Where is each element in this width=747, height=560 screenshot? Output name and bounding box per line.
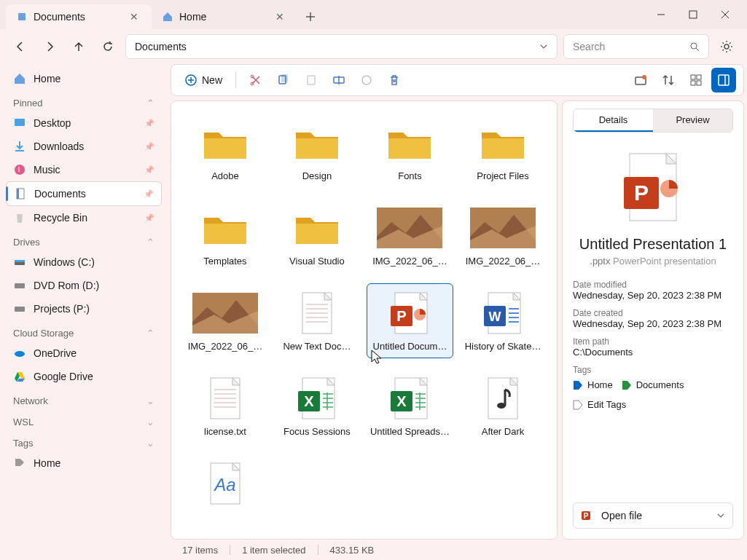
details-tab-preview[interactable]: Preview xyxy=(653,109,732,132)
svg-text:W: W xyxy=(489,309,501,324)
tab-documents[interactable]: Documents ✕ xyxy=(6,4,152,29)
delete-button[interactable] xyxy=(382,69,407,91)
drive-icon xyxy=(13,256,26,269)
file-name: Templates xyxy=(203,256,246,267)
cut-button[interactable] xyxy=(243,69,268,91)
file-item[interactable]: Visual Studio xyxy=(275,198,359,273)
sidebar-wsl-header[interactable]: WSL ⌄ xyxy=(6,409,162,430)
address-bar[interactable]: Documents xyxy=(125,34,558,59)
chevron-up-icon[interactable]: ⌃ xyxy=(146,237,155,248)
sidebar-drives-header[interactable]: Drives ⌃ xyxy=(6,229,162,251)
pin-icon[interactable]: 📌 xyxy=(144,142,155,151)
chevron-down-icon[interactable] xyxy=(716,511,725,520)
file-item[interactable]: IMG_2022_06_… xyxy=(461,198,545,273)
settings-button[interactable] xyxy=(715,35,738,58)
scissors-icon xyxy=(249,74,262,87)
sidebar-item-drive-d[interactable]: DVD Rom (D:) xyxy=(6,274,162,297)
sidebar-item-onedrive[interactable]: OneDrive xyxy=(6,342,162,365)
pin-icon[interactable]: 📌 xyxy=(144,165,155,175)
file-item[interactable]: Adobe xyxy=(183,113,267,188)
svg-rect-24 xyxy=(697,75,701,79)
file-item[interactable]: Project Files xyxy=(461,113,545,188)
chevron-down-icon[interactable]: ⌄ xyxy=(146,395,155,406)
sidebar-tags-header[interactable]: Tags ⌄ xyxy=(6,430,162,451)
rename-button[interactable] xyxy=(326,69,351,91)
file-name: Untitled Docum… xyxy=(373,341,447,352)
new-tab-button[interactable] xyxy=(297,4,324,29)
file-item[interactable]: Aa xyxy=(183,454,267,518)
plus-circle-icon xyxy=(184,74,197,87)
status-items: 17 items xyxy=(182,545,218,556)
refresh-button[interactable] xyxy=(96,35,120,58)
details-pane-toggle[interactable] xyxy=(711,68,736,92)
sidebar-item-documents[interactable]: Documents 📌 xyxy=(6,181,162,206)
file-grid[interactable]: AdobeDesignFontsProject FilesTemplatesVi… xyxy=(171,100,558,540)
svg-text:P: P xyxy=(634,181,649,205)
up-button[interactable] xyxy=(67,35,90,58)
sidebar-item-music[interactable]: Music 📌 xyxy=(6,158,162,181)
tab-close-icon[interactable]: ✕ xyxy=(127,9,141,24)
svg-point-22 xyxy=(642,75,646,79)
sidebar-tag-home[interactable]: Home xyxy=(6,451,162,475)
view-grid-button[interactable] xyxy=(684,68,708,92)
file-item[interactable]: Design xyxy=(275,113,359,188)
file-item[interactable]: license.txt xyxy=(183,368,267,443)
sidebar-cloud-header[interactable]: Cloud Storage ⌃ xyxy=(6,320,162,342)
edit-tags-button[interactable]: Edit Tags xyxy=(573,399,626,410)
tag-home[interactable]: Home xyxy=(573,379,613,390)
chevron-down-icon[interactable]: ⌄ xyxy=(146,438,155,449)
minimize-button[interactable] xyxy=(645,4,677,25)
file-item[interactable]: IMG_2022_06_… xyxy=(183,283,267,358)
chevron-up-icon[interactable]: ⌃ xyxy=(146,98,155,109)
tab-close-icon[interactable]: ✕ xyxy=(273,9,287,24)
copy-button[interactable] xyxy=(271,69,296,91)
sidebar-item-desktop[interactable]: Desktop 📌 xyxy=(6,111,162,135)
tag-documents[interactable]: Documents xyxy=(622,379,684,390)
file-item[interactable]: XUntitled Spreads… xyxy=(367,368,453,443)
file-item[interactable]: WHistory of Skate… xyxy=(461,283,545,358)
file-item[interactable]: New Text Doc… xyxy=(275,283,359,358)
sidebar-home[interactable]: Home xyxy=(6,67,162,90)
new-button[interactable]: New xyxy=(179,69,228,91)
file-item[interactable]: Fonts xyxy=(367,113,453,188)
pin-icon[interactable]: 📌 xyxy=(144,213,155,223)
sidebar-pinned-header[interactable]: Pinned ⌃ xyxy=(6,90,162,111)
sidebar-item-downloads[interactable]: Downloads 📌 xyxy=(6,135,162,158)
tab-home[interactable]: Home ✕ xyxy=(152,4,297,29)
pin-icon[interactable]: 📌 xyxy=(144,189,154,199)
search-input[interactable]: Search xyxy=(563,34,709,59)
svg-rect-1 xyxy=(689,11,697,18)
sidebar-item-recyclebin[interactable]: Recycle Bin 📌 xyxy=(6,206,162,229)
forward-button[interactable] xyxy=(38,35,61,58)
status-size: 433.15 KB xyxy=(330,545,375,556)
sidebar-item-googledrive[interactable]: Google Drive xyxy=(6,365,162,388)
sidebar-item-drive-c[interactable]: Windows (C:) xyxy=(6,251,162,274)
document-icon xyxy=(14,187,27,200)
paste-button[interactable] xyxy=(299,69,324,91)
chevron-down-icon[interactable]: ⌄ xyxy=(146,417,155,427)
open-file-button[interactable]: P Open file xyxy=(573,502,733,529)
file-item[interactable]: IMG_2022_06_… xyxy=(367,198,453,273)
close-window-button[interactable] xyxy=(709,4,741,25)
file-item[interactable]: Templates xyxy=(183,198,267,273)
rename-icon xyxy=(332,74,345,87)
chevron-down-icon[interactable] xyxy=(539,42,548,51)
share-button[interactable] xyxy=(354,69,379,91)
sort-button[interactable] xyxy=(656,68,681,92)
details-tab-details[interactable]: Details xyxy=(574,109,653,132)
pin-icon[interactable]: 📌 xyxy=(144,119,155,128)
file-name: license.txt xyxy=(204,426,246,437)
recycle-icon xyxy=(13,211,26,224)
sidebar-item-drive-p[interactable]: Projects (P:) xyxy=(6,297,162,320)
maximize-button[interactable] xyxy=(677,4,709,25)
file-item[interactable]: XFocus Sessions xyxy=(275,368,359,443)
file-item[interactable]: After Dark xyxy=(461,368,545,443)
file-item[interactable]: PUntitled Docum… xyxy=(367,283,453,358)
folder-options-icon[interactable] xyxy=(628,68,653,92)
file-pptx-icon: P xyxy=(377,290,442,336)
sidebar-network-header[interactable]: Network ⌄ xyxy=(6,388,162,409)
back-button[interactable] xyxy=(9,35,32,58)
status-selected: 1 item selected xyxy=(242,545,305,556)
content-column: New AdobeDesignFontsProject FilesTemplat… xyxy=(168,64,747,560)
chevron-up-icon[interactable]: ⌃ xyxy=(146,328,155,339)
